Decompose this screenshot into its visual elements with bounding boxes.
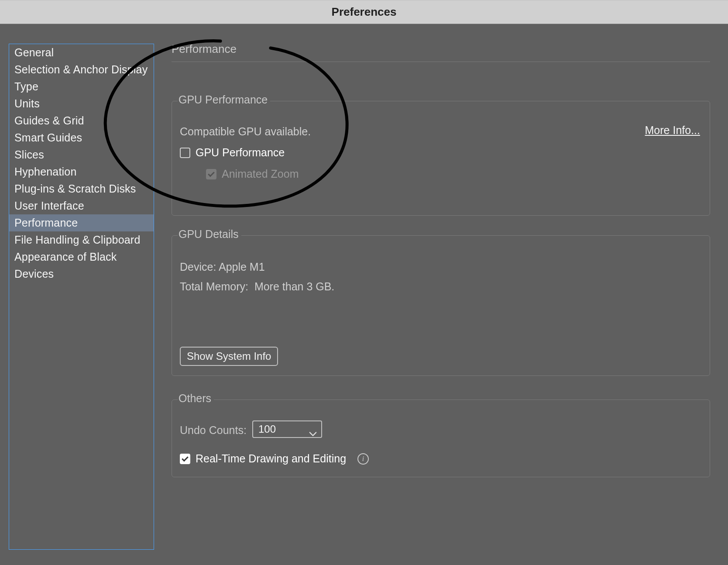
info-icon[interactable]: i bbox=[357, 453, 369, 465]
sidebar-item-slices[interactable]: Slices bbox=[9, 146, 154, 163]
titlebar: Preferences bbox=[0, 0, 728, 24]
divider bbox=[172, 62, 710, 62]
window-title: Preferences bbox=[332, 5, 397, 19]
sidebar-item-file-handling-clipboard[interactable]: File Handling & Clipboard bbox=[9, 231, 154, 248]
sidebar: GeneralSelection & Anchor DisplayTypeUni… bbox=[9, 44, 154, 550]
content-area: GeneralSelection & Anchor DisplayTypeUni… bbox=[0, 24, 728, 565]
group-others: Others Undo Counts: 100 Real-Time Drawin… bbox=[172, 400, 710, 477]
gpu-memory-label: Total Memory: bbox=[180, 280, 248, 293]
gpu-memory-value: More than 3 GB. bbox=[254, 280, 334, 293]
checkbox-gpu-performance[interactable]: GPU Performance bbox=[180, 146, 285, 159]
sidebar-item-type[interactable]: Type bbox=[9, 78, 154, 95]
group-gpu-details: GPU Details Device: Apple M1 Total Memor… bbox=[172, 235, 710, 376]
checkbox-animated-zoom: Animated Zoom bbox=[206, 168, 299, 180]
gpu-device-line: Device: Apple M1 bbox=[180, 261, 265, 273]
panel-title: Performance bbox=[172, 42, 237, 59]
undo-counts-select[interactable]: 100 bbox=[252, 420, 322, 438]
gpu-status-text: Compatible GPU available. bbox=[180, 125, 311, 138]
group-legend: Others bbox=[178, 392, 214, 405]
show-system-info-button[interactable]: Show System Info bbox=[180, 347, 278, 366]
more-info-link[interactable]: More Info... bbox=[645, 124, 700, 137]
checkbox-icon bbox=[206, 169, 216, 179]
sidebar-item-selection-anchor-display[interactable]: Selection & Anchor Display bbox=[9, 61, 154, 78]
undo-counts-value: 100 bbox=[258, 423, 276, 435]
group-legend: GPU Details bbox=[178, 228, 241, 241]
undo-counts-label: Undo Counts: bbox=[180, 424, 247, 437]
sidebar-item-devices[interactable]: Devices bbox=[9, 265, 154, 282]
gpu-memory-line: Total Memory: More than 3 GB. bbox=[180, 280, 334, 293]
sidebar-item-plug-ins-scratch-disks[interactable]: Plug-ins & Scratch Disks bbox=[9, 180, 154, 197]
sidebar-item-user-interface[interactable]: User Interface bbox=[9, 197, 154, 214]
checkbox-realtime-drawing[interactable]: Real-Time Drawing and Editing i bbox=[180, 452, 369, 465]
sidebar-item-appearance-of-black[interactable]: Appearance of Black bbox=[9, 248, 154, 265]
gpu-device-label: Device: bbox=[180, 261, 216, 273]
checkbox-label: Animated Zoom bbox=[222, 168, 299, 180]
sidebar-item-performance[interactable]: Performance bbox=[9, 214, 154, 231]
checkbox-label: GPU Performance bbox=[196, 146, 285, 159]
checkbox-icon bbox=[180, 148, 190, 158]
sidebar-item-hyphenation[interactable]: Hyphenation bbox=[9, 163, 154, 180]
sidebar-item-guides-grid[interactable]: Guides & Grid bbox=[9, 112, 154, 129]
group-legend: GPU Performance bbox=[178, 93, 270, 106]
chevron-down-icon bbox=[309, 427, 317, 440]
checkbox-label: Real-Time Drawing and Editing bbox=[196, 452, 346, 465]
checkbox-icon bbox=[180, 454, 190, 464]
group-gpu-performance: GPU Performance Compatible GPU available… bbox=[172, 101, 710, 216]
sidebar-item-general[interactable]: General bbox=[9, 44, 154, 61]
sidebar-item-smart-guides[interactable]: Smart Guides bbox=[9, 129, 154, 146]
sidebar-item-units[interactable]: Units bbox=[9, 95, 154, 112]
gpu-device-value: Apple M1 bbox=[219, 261, 265, 273]
